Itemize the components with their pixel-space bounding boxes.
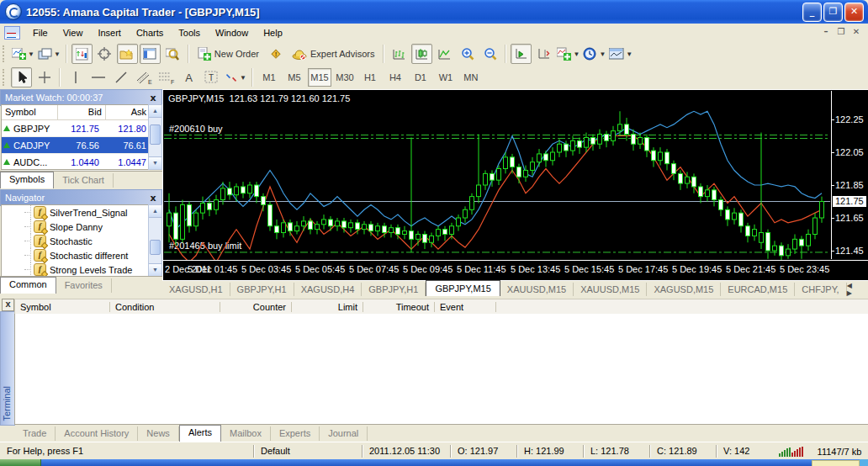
scroll-down-icon[interactable]: ▼ xyxy=(149,156,161,169)
navigator-item[interactable]: fStochastic different xyxy=(2,248,150,262)
column-bid[interactable]: Bid xyxy=(58,105,106,119)
tab-symbols[interactable]: Symbols xyxy=(0,172,54,188)
mdi-restore-button[interactable]: ❐ xyxy=(834,27,848,39)
column-symbol[interactable]: Symbol xyxy=(15,302,110,312)
toolbar-grip[interactable] xyxy=(3,45,7,62)
indicators-button[interactable]: ▼ xyxy=(556,44,580,64)
text-button[interactable]: A xyxy=(178,67,199,87)
tab-common[interactable]: Common xyxy=(0,277,56,294)
terminal-tab-account-history[interactable]: Account History xyxy=(56,426,138,441)
text-label-button[interactable]: T xyxy=(201,67,222,87)
timeframe-d1[interactable]: D1 xyxy=(409,68,432,87)
terminal-tab-mailbox[interactable]: Mailbox xyxy=(221,426,271,441)
menu-help[interactable]: Help xyxy=(256,25,290,40)
taskbar-button-fragment[interactable] xyxy=(812,460,860,466)
alerts-list-area[interactable] xyxy=(14,314,868,425)
chart-tab-chfjpy-[interactable]: CHFJPY, xyxy=(795,283,846,297)
scrollbar-thumb[interactable] xyxy=(150,240,161,255)
tab-scroll-arrows[interactable]: ◀ ▶ xyxy=(847,282,865,297)
market-watch-row[interactable]: GBPJPY121.75121.80 xyxy=(2,120,150,137)
tab-favorites[interactable]: Favorites xyxy=(56,278,112,293)
fibonacci-button[interactable]: F xyxy=(156,67,177,87)
new-order-button[interactable]: New Order xyxy=(193,44,263,64)
menu-file[interactable]: File xyxy=(25,25,56,40)
timeframe-m15[interactable]: M15 xyxy=(308,68,331,87)
column-timeout[interactable]: Timeout xyxy=(363,302,435,312)
scroll-up-icon[interactable]: ▲ xyxy=(149,105,161,118)
tab-tick-chart[interactable]: Tick Chart xyxy=(54,173,114,188)
chart-tab-xauusd-m15[interactable]: XAUUSD,M15 xyxy=(574,283,647,297)
terminal-tab-experts[interactable]: Experts xyxy=(271,426,320,441)
column-counter[interactable]: Counter xyxy=(220,302,292,312)
crosshair-button[interactable] xyxy=(34,67,55,87)
auto-scroll-button[interactable] xyxy=(511,44,532,64)
navigator-item[interactable]: fSlope Danny xyxy=(2,220,150,234)
mdi-close-button[interactable]: ✕ xyxy=(849,27,863,39)
column-limit[interactable]: Limit xyxy=(292,302,363,312)
column-event[interactable]: Event xyxy=(435,302,496,312)
chart-tab-gbpjpy-h1[interactable]: GBPJPY,H1 xyxy=(362,283,426,297)
menu-charts[interactable]: Charts xyxy=(129,25,171,40)
zoom-in-button[interactable] xyxy=(457,44,478,64)
close-icon[interactable]: x xyxy=(2,299,14,311)
bar-chart-button[interactable] xyxy=(389,44,410,64)
close-button[interactable]: ✕ xyxy=(844,3,864,22)
market-watch-row[interactable]: CADJPY76.5676.61 xyxy=(2,137,150,154)
strategy-tester-button[interactable] xyxy=(162,44,183,64)
menu-tools[interactable]: Tools xyxy=(171,25,208,40)
terminal-tab-alerts[interactable]: Alerts xyxy=(179,425,221,442)
profiles-button[interactable]: ▼ xyxy=(37,44,61,64)
arrows-button[interactable]: ▼ xyxy=(224,67,247,87)
scrollbar-thumb[interactable] xyxy=(150,124,161,145)
chart-tab-xauusd-m15[interactable]: XAUUSD,M15 xyxy=(500,283,574,297)
chart-tab-gbpjpy-h1[interactable]: GBPJPY,H1 xyxy=(230,283,294,297)
terminal-tab-trade[interactable]: Trade xyxy=(14,426,56,441)
data-window-button[interactable] xyxy=(94,44,115,64)
chart-window[interactable]: #200610 buy#201465 buy limit GBPJPY,M15 … xyxy=(162,89,868,281)
zoom-out-button[interactable] xyxy=(479,44,500,64)
market-watch-titlebar[interactable]: Market Watch: 00:00:37 x xyxy=(0,89,162,106)
close-icon[interactable]: x xyxy=(147,93,159,103)
scroll-up-icon[interactable]: ▲ xyxy=(149,205,161,218)
timeframe-m30[interactable]: M30 xyxy=(333,68,357,87)
column-condition[interactable]: Condition xyxy=(110,302,220,312)
time-axis[interactable]: 2 Dec 20115 Dec 01:455 Dec 03:455 Dec 05… xyxy=(163,260,868,279)
toolbar-grip[interactable] xyxy=(3,69,7,86)
cursor-button[interactable] xyxy=(11,67,32,87)
restore-button[interactable]: ❐ xyxy=(823,3,843,22)
terminal-tab-journal[interactable]: Journal xyxy=(320,426,368,441)
terminal-tab-news[interactable]: News xyxy=(138,426,179,441)
timeframe-m1[interactable]: M1 xyxy=(257,68,281,87)
trendline-button[interactable] xyxy=(110,67,131,87)
chart-tab-xagusd-h4[interactable]: XAGUSD,H4 xyxy=(294,283,363,297)
status-profile[interactable]: Default xyxy=(254,445,363,458)
chart-tab-gbpjpy-m15[interactable]: GBPJPY,M15 xyxy=(426,280,500,297)
alert-button[interactable]: ! xyxy=(265,44,286,64)
market-watch-button[interactable] xyxy=(71,44,93,64)
navigator-item[interactable]: fSilverTrend_Signal xyxy=(2,205,150,220)
column-symbol[interactable]: Symbol xyxy=(2,105,58,119)
start-button-fragment[interactable] xyxy=(0,459,41,466)
timeframe-mn[interactable]: MN xyxy=(459,68,483,87)
vertical-line-button[interactable] xyxy=(65,67,86,87)
price-chart[interactable]: #200610 buy#201465 buy limit xyxy=(164,91,830,260)
navigator-button[interactable] xyxy=(117,44,138,64)
line-chart-button[interactable] xyxy=(434,44,455,64)
equidistant-channel-button[interactable]: E xyxy=(133,67,154,87)
chart-tab-xagusd-h1[interactable]: XAGUSD,H1 xyxy=(162,283,230,297)
navigator-titlebar[interactable]: Navigator x xyxy=(0,189,162,206)
new-chart-button[interactable]: ▼ xyxy=(11,44,35,64)
periods-button[interactable]: ▼ xyxy=(582,44,606,64)
chart-tab-eurcad-m15[interactable]: EURCAD,M15 xyxy=(721,283,795,297)
market-watch-row[interactable]: AUDC...1.04401.0447 xyxy=(2,154,150,171)
timeframe-h4[interactable]: H4 xyxy=(384,68,407,87)
timeframe-h1[interactable]: H1 xyxy=(358,68,382,87)
templates-button[interactable]: ▼ xyxy=(608,44,633,64)
mdi-minimize-button[interactable]: – xyxy=(819,27,833,39)
candlestick-chart-button[interactable] xyxy=(411,44,432,64)
navigator-item[interactable]: fStrong Levels Trade xyxy=(2,262,150,277)
chart-tab-xagusd-m15[interactable]: XAGUSD,M15 xyxy=(647,283,721,297)
minimize-button[interactable]: _ xyxy=(802,3,822,22)
menu-insert[interactable]: Insert xyxy=(90,25,129,40)
menu-view[interactable]: View xyxy=(56,25,91,40)
